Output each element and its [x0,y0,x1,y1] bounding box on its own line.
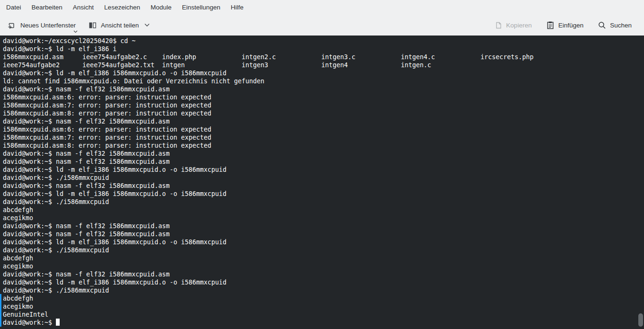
terminal-line: i586mmxcpuid.asm:8: error: parser: instr… [3,142,644,150]
paste-label: Einfügen [558,22,583,29]
terminal-line: david@work:~$ ld -m elf_i386 i586mmxcpui… [3,278,644,286]
terminal-line: david@work:~$ nasm -f elf32 i586mmxcpuid… [3,270,644,278]
menu-item-lesezeichen[interactable]: Lesezeichen [99,0,145,15]
terminal-line: david@work:~$ ld -m elf_i386 i586mmxcpui… [3,69,644,77]
terminal-line: david@work:~$ ./i586mmxcpuid [3,174,644,182]
chevron-down-icon [73,30,78,33]
scrollbar-thumb[interactable] [638,313,643,327]
terminal-line: i586mmxcpuid.asm ieee754aufgabe2.c index… [3,53,644,61]
terminal-prompt-line: david@work:~$ [0,319,644,327]
terminal-line: david@work:~$ ./i586mmxcpuid [3,286,644,294]
terminal-line: david@work:~$ ld -m elf_i386 i586mmxcpui… [3,190,644,198]
terminal-viewport[interactable]: david@work:~/excscycl20250420$ cd ~david… [0,36,644,329]
copy-label: Kopieren [506,22,532,29]
terminal-line: david@work:~$ ./i586mmxcpuid [3,198,644,206]
terminal-line: david@work:~$ nasm -f elf32 i586mmxcpuid… [3,182,644,190]
terminal-line: david@work:~$ nasm -f elf32 i586mmxcpuid… [3,158,644,166]
terminal-line: abcdefgh [3,294,644,302]
konsole-window: Datei Bearbeiten Ansicht Lesezeichen Mod… [0,0,644,329]
terminal-line: david@work:~/excscycl20250420$ cd ~ [3,37,644,45]
menu-item-ansicht[interactable]: Ansicht [68,0,99,15]
search-icon [598,21,606,30]
new-tab-button[interactable]: Neues Unterfenster [5,18,79,32]
terminal-line: david@work:~$ nasm -f elf32 i586mmxcpuid… [3,230,644,238]
search-label: Suchen [610,22,632,29]
terminal-line: GenuineIntel [3,311,644,319]
terminal-line: david@work:~$ ./i586mmxcpuid [3,246,644,254]
terminal-line: acegikmo [3,262,644,270]
menu-item-module[interactable]: Module [145,0,177,15]
terminal-line: david@work:~$ nasm -f elf32 i586mmxcpuid… [3,85,644,93]
menu-bar: Datei Bearbeiten Ansicht Lesezeichen Mod… [0,0,644,15]
terminal-line: abcdefgh [3,254,644,262]
scrollbar[interactable] [637,36,644,329]
terminal-line: david@work:~$ ld -m elf_i386 i586mmxcpui… [3,166,644,174]
menu-item-einstellungen[interactable]: Einstellungen [177,0,225,15]
terminal-line: david@work:~$ nasm -f elf32 i586mmxcpuid… [3,222,644,230]
split-view-icon [88,21,97,30]
search-button[interactable]: Suchen [595,18,635,32]
terminal-line: david@work:~$ ld -m elf_i386 i [3,45,644,53]
copy-icon [494,21,502,30]
terminal-line: i586mmxcpuid.asm:7: error: parser: instr… [3,133,644,142]
new-tab-label: Neues Unterfenster [20,22,76,29]
terminal-line: i586mmxcpuid.asm:7: error: parser: instr… [3,101,644,109]
terminal-line: i586mmxcpuid.asm:6: error: parser: instr… [3,93,644,101]
terminal-line: i586mmxcpuid.asm:8: error: parser: instr… [3,109,644,117]
chevron-down-icon [144,23,150,27]
terminal-line: acegikmo [3,214,644,222]
copy-button[interactable]: Kopieren [491,18,535,32]
terminal-line: abcdefgh [3,206,644,214]
toolbar: Neues Unterfenster Ansicht teilen [0,15,644,36]
split-view-button[interactable]: Ansicht teilen [85,18,152,32]
terminal-prompt: david@work:~$ [3,319,56,326]
terminal-line: acegikmo [3,302,644,311]
new-output-indicator [0,294,1,327]
new-tab-icon [8,21,17,30]
terminal-output: david@work:~/excscycl20250420$ cd ~david… [0,36,644,319]
paste-button[interactable]: Einfügen [543,18,586,32]
terminal-line: i586mmxcpuid.asm:6: error: parser: instr… [3,125,644,133]
terminal-cursor [56,319,60,326]
menu-item-datei[interactable]: Datei [1,0,27,15]
paste-icon [546,21,555,30]
terminal-line: david@work:~$ nasm -f elf32 i586mmxcpuid… [3,117,644,125]
terminal-line: ieee754aufgabe2 ieee754aufgabe2.txt intg… [3,61,644,69]
menu-item-bearbeiten[interactable]: Bearbeiten [27,0,68,15]
split-view-label: Ansicht teilen [101,22,139,29]
terminal-line: david@work:~$ ld -m elf_i386 i586mmxcpui… [3,238,644,246]
menu-item-hilfe[interactable]: Hilfe [225,0,249,15]
terminal-line: ld: cannot find i586mmxcpuid.o: Datei od… [3,77,644,85]
terminal-line: david@work:~$ nasm -f elf32 i586mmxcpuid… [3,150,644,158]
